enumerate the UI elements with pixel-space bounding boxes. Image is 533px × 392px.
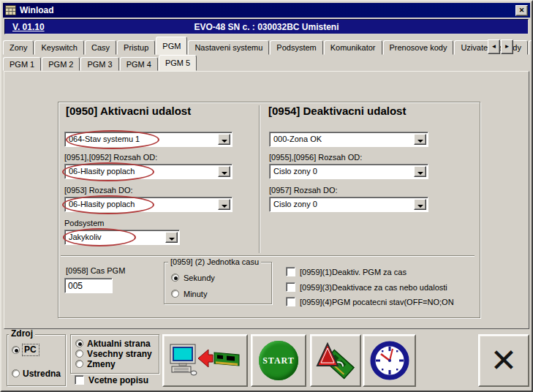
tab-pgm1[interactable]: PGM 1	[3, 57, 41, 71]
tab-scroll-right-button[interactable]: ►	[501, 39, 513, 54]
arrow-left-icon: ◄	[491, 43, 497, 50]
triangle-card-icon	[314, 340, 357, 381]
chevron-down-icon	[222, 140, 227, 143]
checkbox-label[interactable]: [0959](4)PGM pocatecni stav(OFF=NO;ON	[300, 298, 454, 306]
tab-pgm2[interactable]: PGM 2	[42, 57, 80, 71]
rozsah-do-value-left: 06-Hlasity poplach	[69, 200, 135, 208]
radio-vsechny-strany-label[interactable]: Vsechny strany	[87, 349, 152, 359]
podsystem-combobox[interactable]: Jakykoliv	[64, 230, 180, 245]
cas-pgm-label: [0958] Cas PGM	[66, 266, 125, 275]
radio-sekundy[interactable]	[171, 274, 179, 282]
titlebar-close-button[interactable]: ✕	[515, 5, 528, 16]
dropdown-button[interactable]	[414, 166, 426, 177]
rozsah-od-label-right: [0955],[0956] Rozsah OD:	[269, 153, 362, 162]
tab-pgm3[interactable]: PGM 3	[80, 57, 118, 71]
radio-ustredna[interactable]	[12, 369, 20, 377]
rozsah-od-value-left: 06-Hlasity poplach	[69, 167, 135, 176]
checkbox-deaktiv-pgm-za-cas[interactable]	[286, 267, 295, 276]
rozsah-do-label-left: [0953] Rozsah DO:	[64, 186, 133, 195]
activation-event-value: 064-Stav systemu 1	[69, 135, 140, 143]
tab-casy[interactable]: Casy	[85, 40, 116, 55]
chevron-down-icon	[169, 238, 175, 241]
window-title: Winload	[20, 5, 515, 15]
download-from-panel-button[interactable]	[162, 334, 248, 387]
cas-pgm-input[interactable]	[64, 278, 113, 293]
verify-button[interactable]	[310, 334, 361, 387]
tab-pristup[interactable]: Pristup	[117, 40, 155, 55]
dropdown-button[interactable]	[218, 166, 230, 177]
dropdown-button[interactable]	[414, 134, 426, 145]
radio-aktualni-strana-label[interactable]: Aktualni strana	[87, 339, 151, 349]
dropdown-button[interactable]	[218, 134, 230, 145]
dropdown-button[interactable]	[414, 199, 426, 210]
winload-window: Winload ✕ V. 01.10 EVO-48 SN c. : 030032…	[0, 0, 533, 392]
tab-pgm4[interactable]: PGM 4	[120, 57, 158, 71]
chevron-down-icon	[417, 205, 423, 208]
deactivation-event-combobox[interactable]: 000-Zona OK	[269, 132, 428, 147]
radio-zmeny[interactable]	[75, 360, 83, 368]
tab-pgm5[interactable]: PGM 5	[159, 55, 197, 71]
close-icon: ✕	[519, 7, 525, 14]
chevron-down-icon	[417, 140, 423, 143]
checkbox-vcetne-popisu-label[interactable]: Vcetne popisu	[88, 375, 148, 385]
main-tab-strip: Zony Keyswitch Casy Pristup PGM Nastaven…	[3, 37, 485, 55]
tab-komunikator[interactable]: Komunikator	[324, 40, 382, 55]
app-icon	[5, 5, 16, 15]
clock-icon	[368, 339, 411, 382]
rozsah-do-label-right: [0957] Rozsah DO:	[269, 186, 338, 195]
radio-ustredna-label[interactable]: Ustredna	[23, 369, 61, 379]
clock-button[interactable]	[363, 334, 416, 387]
checkbox-label[interactable]: [0959](3)Deaktivace za cas nebo udalosti	[300, 283, 447, 292]
checkbox-label[interactable]: [0959](1)Deaktiv. PGM za cas	[300, 268, 407, 276]
chevron-down-icon	[222, 205, 227, 208]
close-x-icon: ✕	[491, 344, 518, 377]
arrow-right-icon: ►	[504, 43, 510, 50]
podsystem-label: Podsystem	[64, 219, 104, 227]
tab-scroll-left-button[interactable]: ◄	[488, 39, 500, 54]
tab-moc-truncated[interactable]: Moc	[529, 40, 533, 55]
tab-podsystem[interactable]: Podsystem	[270, 40, 322, 55]
radio-aktualni-strana[interactable]	[75, 339, 83, 347]
checkbox-deaktivace-za-cas-nebo-udalosti[interactable]	[286, 282, 295, 292]
radio-minuty[interactable]	[171, 290, 179, 298]
section-divider	[61, 255, 475, 257]
rozsah-od-combobox-right[interactable]: Cislo zony 0	[269, 164, 428, 179]
dropdown-button[interactable]	[165, 232, 178, 243]
radio-pc-label[interactable]: PC	[23, 344, 39, 355]
podsystem-value: Jakykoliv	[69, 233, 102, 241]
tab-prenosove-kody[interactable]: Prenosove kody	[383, 40, 454, 55]
rozsah-od-combobox-left[interactable]: 06-Hlasity poplach	[64, 164, 233, 179]
rozsah-do-combobox-right[interactable]: Cislo zony 0	[269, 197, 428, 212]
start-circle-icon: START	[259, 341, 298, 380]
radio-zmeny-label[interactable]: Zmeny	[87, 359, 116, 369]
column-divider	[259, 105, 260, 253]
pc-download-icon	[169, 342, 242, 380]
activation-heading: [0950] Aktivacni udalost	[66, 105, 191, 117]
exit-button[interactable]: ✕	[478, 334, 529, 387]
rozsah-od-value-right: Cislo zony 0	[273, 167, 317, 176]
activation-event-combobox[interactable]: 064-Stav systemu 1	[64, 132, 233, 147]
radio-minuty-label[interactable]: Minuty	[184, 290, 207, 298]
deactivation-heading: [0954] Deaktivacni udalost	[268, 105, 406, 117]
zdroj-title: Zdroj	[9, 329, 35, 338]
tab-zony[interactable]: Zony	[3, 40, 34, 55]
jednotka-casu-title: [0959] (2) Jednotka casu	[168, 257, 261, 266]
panel-id-text: EVO-48 SN c. : 030032BC Umisteni	[5, 22, 528, 32]
radio-sekundy-label[interactable]: Sekundy	[184, 274, 215, 282]
tab-nastaveni-systemu[interactable]: Nastaveni systemu	[188, 40, 269, 55]
rozsah-od-label-left: [0951],[0952] Rozsah OD:	[64, 153, 157, 162]
radio-pc[interactable]	[12, 346, 20, 354]
rozsah-do-value-right: Cislo zony 0	[273, 200, 317, 208]
start-label: START	[262, 355, 295, 366]
tab-keyswitch[interactable]: Keyswitch	[34, 40, 84, 55]
radio-vsechny-strany[interactable]	[75, 350, 83, 358]
deactivation-event-value: 000-Zona OK	[273, 135, 322, 143]
checkbox-vcetne-popisu[interactable]	[75, 375, 84, 385]
rozsah-do-combobox-left[interactable]: 06-Hlasity poplach	[64, 197, 233, 212]
tab-pgm[interactable]: PGM	[156, 37, 187, 55]
pgm-tab-strip: PGM 1 PGM 2 PGM 3 PGM 4 PGM 5	[3, 55, 485, 71]
start-button[interactable]: START	[251, 334, 306, 387]
dropdown-button[interactable]	[218, 199, 230, 210]
checkbox-pgm-pocatecni-stav[interactable]	[286, 297, 295, 306]
chevron-down-icon	[222, 172, 227, 175]
